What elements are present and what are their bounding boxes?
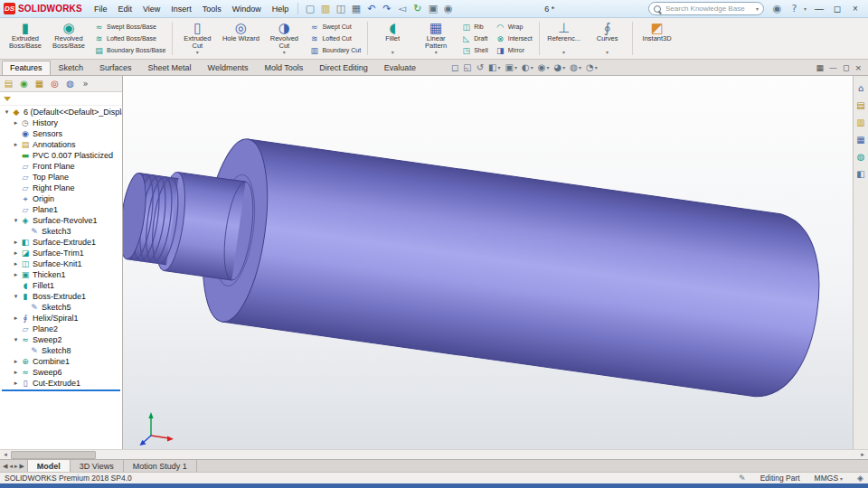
pane-split-button[interactable]: ▦ xyxy=(816,63,824,72)
swept-cut-button[interactable]: ≈Swept Cut xyxy=(307,21,363,33)
appearances-scenes-icon[interactable]: ◍ xyxy=(857,152,865,162)
expand-arrow-icon[interactable]: ▾ xyxy=(12,336,20,343)
view-settings-icon[interactable]: ◔▾ xyxy=(584,62,599,72)
tab-sketch[interactable]: Sketch xyxy=(51,61,92,75)
minimize-document-button[interactable]: — xyxy=(829,63,837,72)
rib-button[interactable]: ◫Rib xyxy=(459,21,490,33)
hide-show-items-icon[interactable]: ◉▾ xyxy=(536,62,552,72)
tree-item-plane2[interactable]: ▱Plane2 xyxy=(0,324,122,334)
boundary-cut-button[interactable]: ▥Boundary Cut xyxy=(307,44,363,56)
view-settings-caret-icon[interactable]: ▾ xyxy=(595,64,598,70)
expand-panel-tabs-icon[interactable]: » xyxy=(79,79,92,89)
solidworks-resources-icon[interactable]: ⌂ xyxy=(858,83,863,93)
tree-item-sweep6[interactable]: ▸≈Sweep6 xyxy=(0,367,122,378)
tab-sheet-metal[interactable]: Sheet Metal xyxy=(140,61,200,75)
tree-item-annotations[interactable]: ▸▤Annotations xyxy=(0,139,122,150)
expand-arrow-icon[interactable]: ▾ xyxy=(12,293,20,300)
custom-properties-icon[interactable]: ◧ xyxy=(856,169,864,179)
scroll-right-icon[interactable]: ▸ xyxy=(857,451,868,458)
tree-item-plane1[interactable]: ▱Plane1 xyxy=(0,204,122,215)
design-library-icon[interactable]: ▤ xyxy=(856,100,864,110)
previous-view-icon[interactable]: ↺ xyxy=(475,62,486,72)
help-caret-icon[interactable]: ▾ xyxy=(804,5,807,12)
tab-nav-arrow-1[interactable]: ◀ xyxy=(3,463,7,470)
swept-boss-base-button[interactable]: ≈Swept Boss/Base xyxy=(92,21,167,33)
menu-edit[interactable]: Edit xyxy=(112,3,137,15)
draft-button[interactable]: ◺Draft xyxy=(459,33,490,44)
file-properties-icon[interactable]: ▣ xyxy=(425,2,440,16)
view-palette-icon[interactable]: ▦ xyxy=(856,135,864,145)
boundary-boss-base-button[interactable]: ▤Boundary Boss/Base xyxy=(92,44,167,56)
apply-scene-icon[interactable]: ◍▾ xyxy=(568,62,583,72)
lofted-cut-button[interactable]: ≋Lofted Cut xyxy=(307,33,363,44)
tree-item-sketch5[interactable]: ✎Sketch5 xyxy=(0,302,122,313)
tree-item-helix-spiral1[interactable]: ▸∮Helix/Spiral1 xyxy=(0,313,122,324)
tree-item-origin[interactable]: ⌖Origin xyxy=(0,193,122,204)
tree-item-surface-trim1[interactable]: ▸◪Surface-Trim1 xyxy=(0,248,122,258)
minimize-button[interactable]: — xyxy=(810,2,828,16)
save-icon[interactable]: ◫ xyxy=(333,2,348,16)
expand-arrow-icon[interactable]: ▸ xyxy=(12,260,20,267)
display-style-icon[interactable]: ◐▾ xyxy=(520,62,535,72)
tree-item-surface-extrude1[interactable]: ▸◧Surface-Extrude1 xyxy=(0,237,122,248)
intersect-button[interactable]: ⊗Intersect xyxy=(494,33,534,44)
expand-arrow-icon[interactable]: ▸ xyxy=(12,380,20,387)
shell-button[interactable]: ◳Shell xyxy=(459,44,490,56)
apply-scene-caret-icon[interactable]: ▾ xyxy=(579,64,581,70)
bottom-tab-model[interactable]: Model xyxy=(28,460,71,472)
new-icon[interactable]: ▢ xyxy=(302,2,317,16)
tab-features[interactable]: Features xyxy=(2,61,51,75)
tree-item-thicken1[interactable]: ▸▣Thicken1 xyxy=(0,269,122,280)
wrap-button[interactable]: ◠Wrap xyxy=(494,21,534,33)
edit-appearance-caret-icon[interactable]: ▾ xyxy=(562,64,565,70)
expand-arrow-icon[interactable]: ▸ xyxy=(12,271,20,278)
rebuild-icon[interactable]: ↻ xyxy=(410,2,425,16)
tree-item-front-plane[interactable]: ▱Front Plane xyxy=(0,161,122,172)
featuremanager-tab-icon[interactable]: ▤ xyxy=(2,79,15,89)
graphics-viewport[interactable] xyxy=(123,76,853,449)
tab-weldments[interactable]: Weldments xyxy=(200,61,257,75)
help-icon[interactable]: ? xyxy=(787,2,802,16)
expand-arrow-icon[interactable]: ▸ xyxy=(12,141,20,148)
revolved-boss-base-button[interactable]: ◉RevolvedBoss/Base xyxy=(47,19,90,58)
tab-surfaces[interactable]: Surfaces xyxy=(91,61,140,75)
model-canvas[interactable] xyxy=(123,76,853,449)
scroll-left-icon[interactable]: ◂ xyxy=(0,451,11,458)
tree-item-pvc-0-007-plasticized[interactable]: ▬PVC 0.007 Plasticized xyxy=(0,150,122,161)
tree-item-right-plane[interactable]: ▱Right Plane xyxy=(0,183,122,193)
linear-pattern-button[interactable]: ▦LinearPattern▾ xyxy=(414,19,458,58)
tree-item-combine1[interactable]: ▸⊕Combine1 xyxy=(0,356,122,367)
edit-appearance-icon[interactable]: ◕▾ xyxy=(552,62,567,72)
lofted-boss-base-button[interactable]: ≋Lofted Boss/Base xyxy=(92,33,167,44)
dimxpertmanager-tab-icon[interactable]: ◎ xyxy=(48,79,61,89)
filter-icon[interactable] xyxy=(4,97,11,101)
tree-item-surface-revolve1[interactable]: ▾◈Surface-Revolve1 xyxy=(0,215,122,226)
restore-document-button[interactable]: ◻ xyxy=(843,63,849,72)
view-orientation-caret-icon[interactable]: ▾ xyxy=(514,64,517,70)
rollback-bar[interactable] xyxy=(2,389,120,391)
expand-arrow-icon[interactable]: ▸ xyxy=(12,239,20,246)
tree-item-sketch8[interactable]: ✎Sketch8 xyxy=(0,345,122,356)
tree-item-sketch3[interactable]: ✎Sketch3 xyxy=(0,226,122,237)
section-view-caret-icon[interactable]: ▾ xyxy=(498,64,501,70)
close-button[interactable]: × xyxy=(846,2,864,16)
reference-geometry-button[interactable]: ⊥Referenc... ▾ xyxy=(542,19,586,58)
configurationmanager-tab-icon[interactable]: ▦ xyxy=(33,79,46,89)
curves-button[interactable]: ∮Curves ▾ xyxy=(586,19,629,58)
menu-file[interactable]: File xyxy=(89,3,113,15)
menu-view[interactable]: View xyxy=(137,3,165,15)
tab-direct-editing[interactable]: Direct Editing xyxy=(311,61,376,75)
bottom-tab-motion-study-1[interactable]: Motion Study 1 xyxy=(124,460,197,472)
print-icon[interactable]: ▦ xyxy=(348,2,363,16)
tree-item-history[interactable]: ▸◷History xyxy=(0,117,122,128)
expand-arrow-icon[interactable]: ▾ xyxy=(12,217,20,224)
search-caret-icon[interactable]: ▾ xyxy=(756,5,759,12)
tree-item-sensors[interactable]: ◉Sensors xyxy=(0,128,122,139)
expand-arrow-icon[interactable]: ▸ xyxy=(12,249,20,257)
expand-arrow-icon[interactable]: ▸ xyxy=(12,358,20,365)
zoom-area-icon[interactable]: ◱ xyxy=(461,62,473,72)
expand-arrow-icon[interactable]: ▸ xyxy=(12,119,20,127)
user-account-icon[interactable]: ◉ xyxy=(769,2,785,16)
tree-item-cut-extrude1[interactable]: ▸▯Cut-Extrude1 xyxy=(0,378,122,389)
hole-wizard-button[interactable]: ◎Hole Wizard xyxy=(219,19,262,58)
